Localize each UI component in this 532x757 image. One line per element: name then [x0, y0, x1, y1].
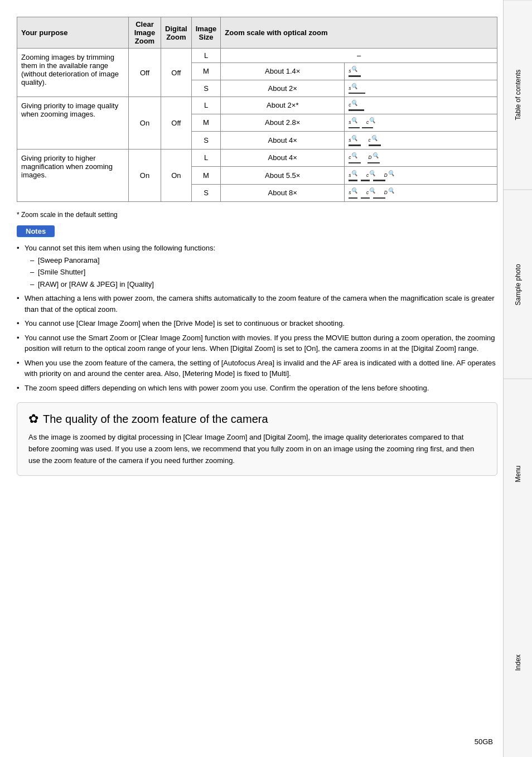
- icons-3c: s🔍 c🔍 D🔍: [345, 184, 497, 202]
- note-subitems-1: [Sweep Panorama] [Smile Shutter] [RAW] o…: [25, 255, 497, 290]
- note-item-1: You cannot set this item when using the …: [17, 243, 497, 290]
- clear-zoom-3: On: [129, 149, 161, 202]
- icons-3b: s🔍 c🔍 D🔍: [345, 167, 497, 185]
- tip-title: ✿ The quality of the zoom feature of the…: [28, 412, 486, 426]
- col-digital-zoom: Digital Zoom: [161, 17, 192, 49]
- size-1c: S: [191, 80, 221, 97]
- digital-zoom-1: Off: [161, 49, 192, 97]
- note-sub-1c: [RAW] or [RAW & JPEG] in [Quality]: [30, 279, 497, 290]
- sidebar-tab-toc[interactable]: Table of contents: [504, 0, 532, 190]
- purpose-3: Giving priority to higher magnification …: [17, 149, 129, 202]
- scale-1a: –: [221, 49, 497, 63]
- scale-3a: About 4×: [221, 149, 345, 167]
- tip-box: ✿ The quality of the zoom feature of the…: [17, 402, 497, 476]
- size-1a: L: [191, 49, 221, 63]
- icons-1c: s🔍: [345, 80, 497, 97]
- purpose-2: Giving priority to image quality when zo…: [17, 97, 129, 150]
- size-2a: L: [191, 97, 221, 114]
- col-clear-zoom: Clear Image Zoom: [129, 17, 161, 49]
- size-3b: M: [191, 167, 221, 185]
- note-sub-1a: [Sweep Panorama]: [30, 255, 497, 266]
- tip-icon: ✿: [28, 412, 38, 426]
- note-item-3: You cannot use [Clear Image Zoom] when t…: [17, 318, 497, 329]
- size-3c: S: [191, 184, 221, 202]
- page-number: 50GB: [475, 737, 493, 746]
- icons-2a: c🔍: [345, 97, 497, 114]
- scale-2a: About 2×*: [221, 97, 345, 114]
- size-3a: L: [191, 149, 221, 167]
- col-purpose: Your purpose: [17, 17, 129, 49]
- note-sub-1b: [Smile Shutter]: [30, 267, 497, 278]
- sidebar-tab-sample[interactable]: Sample photo: [504, 190, 532, 379]
- digital-zoom-2: Off: [161, 97, 192, 150]
- sidebar-tab-menu[interactable]: Menu: [504, 379, 532, 568]
- footnote: * Zoom scale in the default setting: [17, 211, 497, 219]
- icons-2c: s🔍 c🔍: [345, 132, 497, 150]
- scale-1c: About 2×: [221, 80, 345, 97]
- size-2b: M: [191, 114, 221, 132]
- tip-title-text: The quality of the zoom feature of the c…: [43, 413, 268, 426]
- clear-zoom-2: On: [129, 97, 161, 150]
- scale-3b: About 5.5×: [221, 167, 345, 185]
- icons-1b: s🔍: [345, 63, 497, 80]
- digital-zoom-3: On: [161, 149, 192, 202]
- right-sidebar: Table of contents Sample photo Menu Inde…: [503, 0, 532, 757]
- col-zoom-scale: Zoom scale with optical zoom: [221, 17, 497, 49]
- size-2c: S: [191, 132, 221, 150]
- scale-2b: About 2.8×: [221, 114, 345, 132]
- notes-list: You cannot set this item when using the …: [17, 243, 497, 393]
- col-image-size: Image Size: [191, 17, 221, 49]
- notes-section: Notes You cannot set this item when usin…: [17, 225, 497, 393]
- icons-3a: c🔍 D🔍: [345, 149, 497, 167]
- zoom-table: Your purpose Clear Image Zoom Digital Zo…: [17, 17, 497, 202]
- scale-1b: About 1.4×: [221, 63, 345, 80]
- note-item-6: The zoom speed differs depending on whic…: [17, 383, 497, 394]
- sidebar-tab-index[interactable]: Index: [504, 568, 532, 758]
- note-item-4: You cannot use the Smart Zoom or [Clear …: [17, 332, 497, 354]
- clear-zoom-1: Off: [129, 49, 161, 97]
- note-item-5: When you use the zoom feature of the cam…: [17, 358, 497, 379]
- scale-3c: About 8×: [221, 184, 345, 202]
- notes-header: Notes: [17, 225, 55, 237]
- note-item-2: When attaching a lens with power zoom, t…: [17, 293, 497, 315]
- icons-2b: s🔍 c🔍: [345, 114, 497, 132]
- size-1b: M: [191, 63, 221, 80]
- purpose-1: Zooming images by trimming them in the a…: [17, 49, 129, 97]
- tip-text: As the image is zoomed by digital proces…: [28, 432, 486, 466]
- scale-2c: About 4×: [221, 132, 345, 150]
